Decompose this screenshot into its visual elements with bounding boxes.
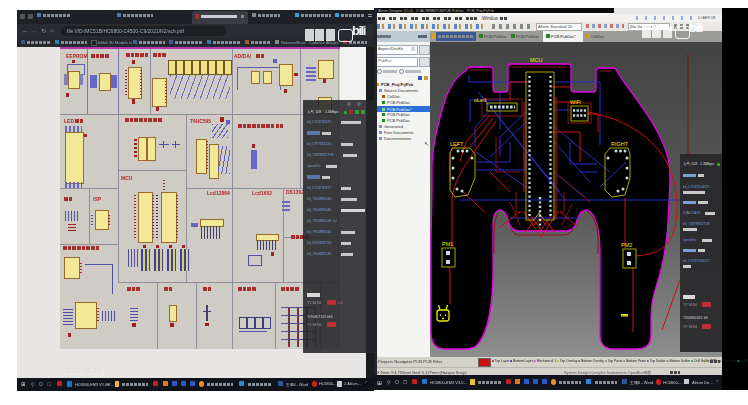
svg-text:PM1: PM1 bbox=[442, 241, 453, 247]
svg-text:MCU: MCU bbox=[530, 57, 543, 63]
svg-text:RIGHT: RIGHT bbox=[611, 141, 629, 147]
svg-text:WiFi: WiFi bbox=[570, 99, 581, 105]
svg-text:LEFT: LEFT bbox=[450, 141, 464, 147]
svg-text:oLed: oLed bbox=[474, 97, 486, 103]
svg-text:PM2: PM2 bbox=[621, 242, 632, 248]
